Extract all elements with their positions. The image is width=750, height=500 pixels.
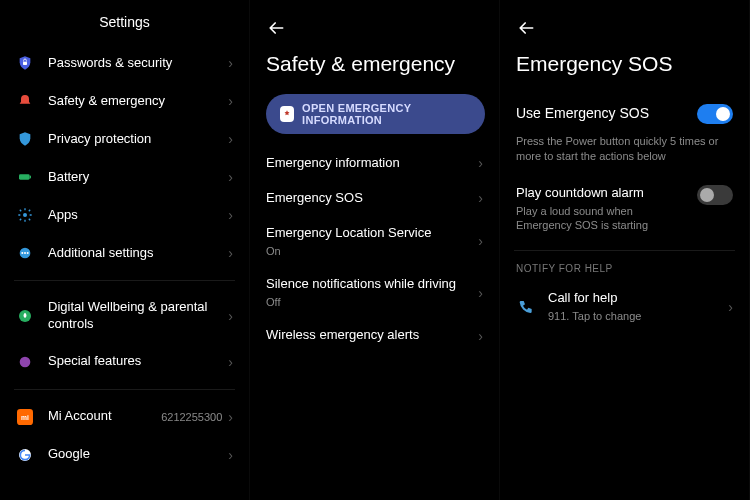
- shield-icon: [16, 130, 34, 148]
- settings-item-battery[interactable]: Battery ›: [14, 158, 235, 196]
- use-sos-description: Press the Power button quickly 5 times o…: [516, 134, 733, 165]
- open-emergency-info-button[interactable]: OPEN EMERGENCY INFORMATION: [266, 94, 485, 134]
- chevron-right-icon: ›: [478, 190, 483, 206]
- svg-rect-2: [30, 176, 31, 179]
- account-id: 6212255300: [161, 411, 222, 423]
- chevron-right-icon: ›: [228, 169, 233, 185]
- svg-point-6: [24, 252, 26, 254]
- page-title: Settings: [14, 14, 235, 30]
- page-title: Emergency SOS: [516, 52, 735, 76]
- divider: [14, 280, 235, 281]
- settings-item-apps[interactable]: Apps ›: [14, 196, 235, 234]
- safety-item-silence-driving[interactable]: Silence notifications while driving Off …: [264, 267, 485, 318]
- chevron-right-icon: ›: [478, 155, 483, 171]
- chevron-right-icon: ›: [228, 354, 233, 370]
- settings-item-wellbeing[interactable]: Digital Wellbeing & parental controls ›: [14, 289, 235, 343]
- chevron-right-icon: ›: [728, 299, 733, 315]
- settings-item-additional[interactable]: Additional settings ›: [14, 234, 235, 272]
- chevron-right-icon: ›: [228, 409, 233, 425]
- sos-panel: Emergency SOS Use Emergency SOS Press th…: [500, 0, 750, 500]
- settings-item-mi-account[interactable]: mi Mi Account 6212255300 ›: [14, 398, 235, 436]
- mi-logo-icon: mi: [16, 408, 34, 426]
- safety-item-emergency-sos[interactable]: Emergency SOS ›: [264, 181, 485, 216]
- back-button[interactable]: [266, 18, 286, 38]
- svg-text:mi: mi: [21, 413, 29, 420]
- safety-panel: Safety & emergency OPEN EMERGENCY INFORM…: [250, 0, 500, 500]
- countdown-toggle[interactable]: [697, 185, 733, 205]
- settings-item-passwords[interactable]: Passwords & security ›: [14, 44, 235, 82]
- chevron-right-icon: ›: [478, 285, 483, 301]
- page-title: Safety & emergency: [266, 52, 485, 76]
- chevron-right-icon: ›: [478, 233, 483, 249]
- use-sos-toggle[interactable]: [697, 104, 733, 124]
- use-sos-row: Use Emergency SOS: [514, 94, 735, 134]
- chevron-right-icon: ›: [228, 93, 233, 109]
- settings-item-privacy[interactable]: Privacy protection ›: [14, 120, 235, 158]
- safety-item-emergency-info[interactable]: Emergency information ›: [264, 146, 485, 181]
- safety-item-wireless-alerts[interactable]: Wireless emergency alerts ›: [264, 318, 485, 353]
- wellbeing-icon: [16, 307, 34, 325]
- divider: [14, 389, 235, 390]
- google-icon: [16, 446, 34, 464]
- svg-point-3: [23, 213, 27, 217]
- settings-item-special[interactable]: Special features ›: [14, 343, 235, 381]
- alarm-icon: [16, 92, 34, 110]
- section-header: NOTIFY FOR HELP: [516, 263, 733, 274]
- chevron-right-icon: ›: [228, 131, 233, 147]
- chevron-right-icon: ›: [228, 207, 233, 223]
- shield-lock-icon: [16, 54, 34, 72]
- wand-icon: [16, 353, 34, 371]
- chevron-right-icon: ›: [228, 55, 233, 71]
- safety-item-location-service[interactable]: Emergency Location Service On ›: [264, 216, 485, 267]
- pill-label: OPEN EMERGENCY INFORMATION: [302, 102, 471, 126]
- divider: [514, 250, 735, 251]
- emergency-card-icon: [280, 106, 294, 122]
- battery-icon: [16, 168, 34, 186]
- back-button[interactable]: [516, 18, 536, 38]
- settings-item-safety[interactable]: Safety & emergency ›: [14, 82, 235, 120]
- chevron-right-icon: ›: [228, 447, 233, 463]
- phone-icon: [516, 298, 534, 316]
- dots-icon: [16, 244, 34, 262]
- svg-point-7: [27, 252, 29, 254]
- chevron-right-icon: ›: [228, 308, 233, 324]
- settings-panel: Settings Passwords & security › Safety &…: [0, 0, 250, 500]
- countdown-row: Play countdown alarm Play a loud sound w…: [514, 175, 735, 242]
- svg-rect-0: [23, 62, 27, 65]
- gear-icon: [16, 206, 34, 224]
- svg-rect-1: [19, 174, 30, 179]
- chevron-right-icon: ›: [478, 328, 483, 344]
- call-for-help-row[interactable]: Call for help 911. Tap to change ›: [514, 280, 735, 333]
- chevron-right-icon: ›: [228, 245, 233, 261]
- settings-item-google[interactable]: Google ›: [14, 436, 235, 474]
- svg-point-9: [20, 356, 31, 367]
- svg-point-5: [21, 252, 23, 254]
